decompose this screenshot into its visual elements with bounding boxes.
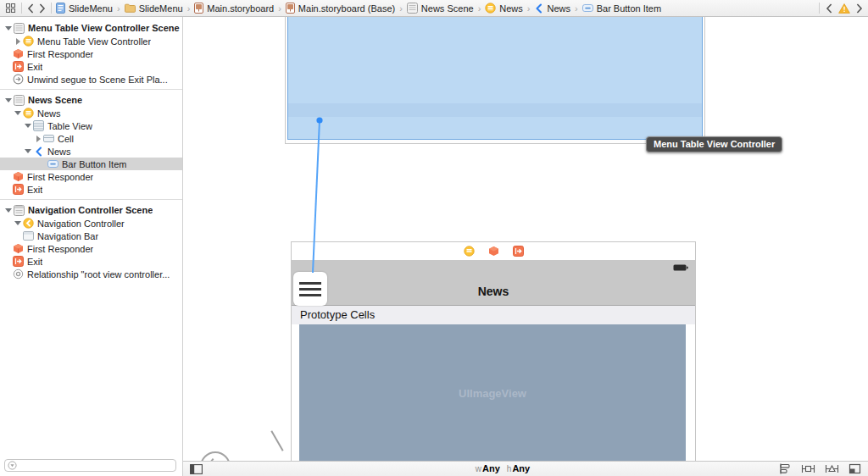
menu-table-view-controller-selection[interactable] bbox=[287, 17, 703, 140]
outline-row-bar-button-item[interactable]: Bar Button Item bbox=[0, 158, 182, 170]
outline-row-exit[interactable]: Exit bbox=[0, 255, 182, 268]
breadcrumb-item-storyboard[interactable]: Main.storyboard bbox=[194, 3, 274, 14]
forward-chevron-icon[interactable] bbox=[39, 3, 46, 14]
document-outline: Menu Table View Controller Scene Menu Ta… bbox=[0, 17, 183, 476]
jump-bar: SlideMenu› SlideMenu› Main.storyboard› M… bbox=[0, 0, 868, 17]
disclosure-triangle[interactable] bbox=[13, 221, 23, 225]
size-class-control[interactable]: wAny hAny bbox=[476, 463, 530, 473]
outline-row-relationship[interactable]: Relationship "root view controller... bbox=[0, 268, 182, 280]
outline-row-label: Navigation Controller Scene bbox=[28, 205, 153, 215]
outline-row-label: Unwind segue to Scene Exit Pla... bbox=[27, 75, 168, 85]
align-tool-icon[interactable] bbox=[779, 463, 792, 474]
breadcrumb-separator: › bbox=[527, 3, 531, 14]
embed-tool-icon[interactable] bbox=[849, 463, 861, 474]
storyboard-icon bbox=[286, 3, 295, 14]
breadcrumb-separator: › bbox=[117, 3, 120, 14]
navigation-bar[interactable]: News bbox=[292, 260, 695, 306]
panel-toggle-icon[interactable] bbox=[190, 464, 203, 474]
project-icon bbox=[56, 3, 65, 14]
breadcrumb-label: News bbox=[499, 3, 523, 14]
menu-bar-button[interactable] bbox=[293, 272, 327, 306]
breadcrumb-item-project[interactable]: SlideMenu bbox=[56, 3, 113, 14]
storyboard-canvas[interactable]: News Prototype Cells UIImageView Menu Ta… bbox=[183, 17, 868, 461]
image-view[interactable]: UIImageView bbox=[299, 324, 686, 461]
outline-row-nav-controller-scene[interactable]: Navigation Controller Scene bbox=[0, 203, 182, 217]
exit-icon[interactable] bbox=[513, 246, 524, 257]
pin-tool-icon[interactable] bbox=[801, 463, 815, 474]
outline-row-cell[interactable]: Cell bbox=[0, 132, 182, 145]
previous-issue-icon[interactable] bbox=[826, 3, 832, 14]
navigation-bar-icon bbox=[23, 230, 34, 241]
breadcrumb-item-news-scene[interactable]: News Scene bbox=[407, 3, 474, 14]
storyboard-icon bbox=[194, 3, 203, 14]
disclosure-triangle[interactable] bbox=[23, 149, 33, 153]
breadcrumb-item-folder[interactable]: SlideMenu bbox=[125, 3, 183, 14]
nav-title[interactable]: News bbox=[292, 285, 695, 298]
outline-row-first-responder[interactable]: First Responder bbox=[0, 170, 182, 183]
outline-row-navigation-bar[interactable]: Navigation Bar bbox=[0, 230, 182, 242]
resolve-auto-layout-icon[interactable] bbox=[825, 463, 839, 474]
prototype-cells-label[interactable]: Prototype Cells bbox=[292, 306, 695, 324]
back-chevron-icon[interactable] bbox=[27, 3, 34, 14]
disclosure-triangle[interactable] bbox=[33, 136, 43, 142]
disclosure-triangle[interactable] bbox=[13, 38, 23, 45]
outline-row-label: First Responder bbox=[27, 49, 93, 59]
divider bbox=[21, 3, 22, 14]
outline-row-menu-tvc[interactable]: Menu Table View Controller bbox=[0, 35, 182, 47]
disclosure-triangle[interactable] bbox=[3, 26, 14, 30]
segue-line-partial bbox=[270, 430, 283, 451]
breadcrumb-separator: › bbox=[278, 3, 281, 14]
first-responder-icon[interactable] bbox=[488, 246, 499, 257]
breadcrumb-label: SlideMenu bbox=[69, 3, 113, 14]
outline-row-unwind-segue[interactable]: Unwind segue to Scene Exit Pla... bbox=[0, 73, 182, 86]
next-issue-icon[interactable] bbox=[856, 3, 863, 14]
view-controller-icon[interactable] bbox=[464, 246, 475, 257]
bar-button-item-icon bbox=[47, 158, 58, 169]
outline-row-first-responder[interactable]: First Responder bbox=[0, 47, 182, 60]
disclosure-triangle[interactable] bbox=[3, 208, 14, 213]
disclosure-triangle[interactable] bbox=[23, 124, 33, 128]
first-responder-icon bbox=[13, 171, 24, 182]
breadcrumb-item-news-vc[interactable]: News bbox=[485, 3, 523, 14]
relationship-icon bbox=[13, 268, 24, 280]
outline-row-label: Navigation Controller bbox=[37, 219, 125, 229]
outline-row-news-vc[interactable]: News bbox=[0, 107, 182, 119]
breadcrumb-item-bar-button[interactable]: Bar Button Item bbox=[582, 3, 661, 14]
related-items-grid-icon[interactable] bbox=[5, 3, 16, 14]
breadcrumb-item-nav-item[interactable]: News bbox=[534, 3, 570, 14]
hamburger-menu-icon bbox=[299, 282, 321, 285]
outline-row-menu-tvc-scene[interactable]: Menu Table View Controller Scene bbox=[0, 21, 182, 35]
disclosure-triangle[interactable] bbox=[3, 98, 14, 102]
navigation-item-icon bbox=[534, 3, 543, 14]
outline-row-nav-item-news[interactable]: News bbox=[0, 145, 182, 158]
outline-row-news-scene[interactable]: News Scene bbox=[0, 93, 182, 107]
canvas-bottom-bar: wAny hAny bbox=[183, 461, 868, 476]
outline-row-label: Exit bbox=[27, 257, 42, 267]
table-cell-icon bbox=[43, 133, 54, 144]
outline-row-label: Bar Button Item bbox=[62, 159, 126, 169]
disclosure-triangle[interactable] bbox=[13, 111, 23, 115]
outline-row-table-view[interactable]: Table View bbox=[0, 119, 182, 132]
view-controller-icon bbox=[23, 108, 34, 119]
xcode-interface-builder-window: SlideMenu› SlideMenu› Main.storyboard› M… bbox=[0, 0, 868, 476]
filter-field[interactable] bbox=[4, 459, 176, 472]
outline-row-exit[interactable]: Exit bbox=[0, 183, 182, 196]
outline-row-nav-controller[interactable]: Navigation Controller bbox=[0, 217, 182, 230]
hamburger-menu-icon bbox=[299, 288, 321, 291]
breadcrumb-label: Main.storyboard (Base) bbox=[298, 3, 395, 14]
news-view-controller-frame[interactable]: News Prototype Cells UIImageView bbox=[291, 241, 696, 461]
scene-dock bbox=[292, 242, 695, 260]
scene-icon bbox=[14, 23, 25, 34]
breadcrumb-label: News bbox=[547, 3, 570, 14]
warning-icon[interactable] bbox=[838, 3, 850, 14]
table-view-icon bbox=[33, 120, 44, 131]
outline-row-label: Relationship "root view controller... bbox=[27, 269, 170, 280]
exit-icon bbox=[13, 61, 24, 72]
section-divider bbox=[0, 89, 182, 90]
outline-row-exit[interactable]: Exit bbox=[0, 60, 182, 73]
breadcrumb-item-storyboard-base[interactable]: Main.storyboard (Base) bbox=[286, 3, 395, 14]
breadcrumb-separator: › bbox=[399, 3, 403, 14]
outline-row-label: Table View bbox=[47, 121, 92, 131]
outline-row-first-responder[interactable]: First Responder bbox=[0, 242, 182, 255]
hamburger-menu-icon bbox=[299, 294, 321, 296]
